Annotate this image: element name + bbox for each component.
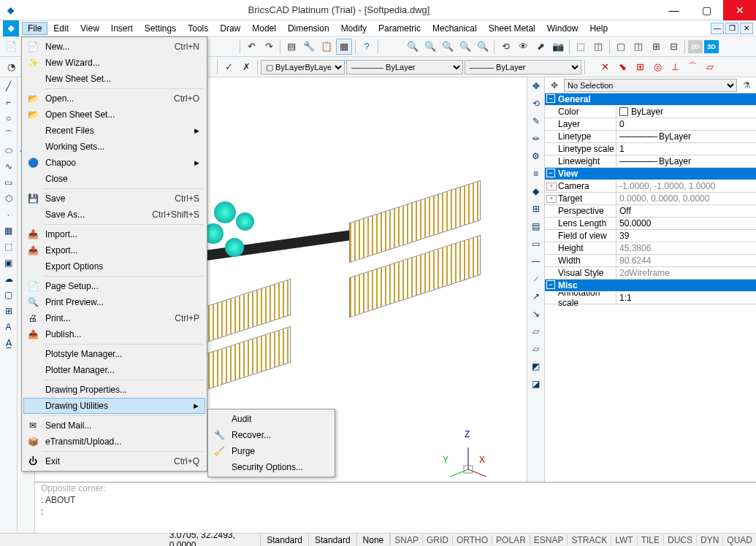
circle-icon[interactable]: ○ [1, 111, 16, 126]
file-menu-drawing-utilities[interactable]: Drawing Utilities▶ [23, 398, 205, 414]
file-menu-page-setup-[interactable]: 📄Page Setup... [23, 278, 205, 294]
submenu-security-options-[interactable]: Security Options... [210, 459, 333, 475]
mdi-minimize-button[interactable]: — [711, 23, 724, 34]
status-toggle-quad[interactable]: QUAD [722, 535, 756, 545]
prop-section-view[interactable]: −View [545, 168, 756, 180]
file-menu-new-sheet-set-[interactable]: New Sheet Set... [23, 71, 205, 87]
slash-icon[interactable]: ⟋ [529, 272, 543, 286]
coords-readout[interactable]: 3.0705, 32.2493, 0.0000 [164, 534, 261, 546]
minimize-button[interactable]: — [657, 0, 690, 20]
region-icon[interactable]: ▣ [1, 255, 16, 270]
status-toggle-tile[interactable]: TILE [637, 535, 663, 545]
command-line[interactable]: Opposite corner: : ABOUT : [35, 482, 756, 533]
rect-icon[interactable]: ▭ [1, 175, 16, 190]
textstyle-readout[interactable]: Standard [309, 534, 357, 546]
brush2-icon[interactable]: ✏ [529, 131, 543, 146]
list-icon[interactable]: ▤ [529, 219, 543, 234]
prop-row-annotation-scale[interactable]: Annotation scale1:1 [545, 292, 756, 304]
mode-2d-button[interactable]: 2D [688, 40, 703, 53]
boundary-icon[interactable]: ⬚ [1, 239, 16, 254]
file-menu-drawing-properties-[interactable]: Drawing Properties... [23, 382, 205, 398]
close-button[interactable]: ✕ [723, 0, 756, 20]
prop-section-misc[interactable]: −Misc [545, 280, 756, 292]
ucs-icon[interactable]: ⬈ [532, 39, 549, 55]
linetype-select[interactable]: ———— ByLayer [346, 60, 463, 74]
snap-perp-icon[interactable]: ⊥ [667, 59, 683, 75]
menu-file[interactable]: File [22, 22, 47, 35]
menu-parametric[interactable]: Parametric [373, 22, 427, 35]
mdi-restore-button[interactable]: ❐ [725, 23, 738, 34]
file-menu-new-wizard-[interactable]: ✨New Wizard... [23, 55, 205, 71]
file-menu-open-[interactable]: 📂Open...Ctrl+O [23, 91, 205, 107]
layer-icon[interactable]: ◔ [3, 59, 19, 75]
status-toggle-polar[interactable]: POLAR [492, 535, 530, 545]
snap-end-icon[interactable]: ✕ [597, 59, 613, 75]
vp2-icon[interactable]: ◫ [630, 39, 646, 55]
menu-draw[interactable]: Draw [214, 22, 246, 35]
status-toggle-lwt[interactable]: LWT [611, 535, 636, 545]
properties-icon[interactable]: 🔧 [301, 39, 317, 55]
point-icon[interactable]: · [1, 207, 16, 222]
maximize-button[interactable]: ▢ [690, 0, 723, 20]
layeriso-icon[interactable]: ✓ [221, 59, 237, 75]
file-menu-etransmit-upload-[interactable]: 📦eTransmit/Upload... [23, 434, 205, 450]
prop-row-color[interactable]: ColorByLayer [545, 106, 756, 118]
pan-icon[interactable]: ✥ [529, 79, 543, 93]
menu-view[interactable]: View [75, 22, 105, 35]
table-icon[interactable]: ⊞ [1, 304, 16, 318]
hatch-icon[interactable]: ▦ [1, 223, 16, 238]
grid-icon[interactable]: ⊞ [529, 201, 543, 216]
prop-row-target[interactable]: +Target0.0000, 0.0000, 0.0000 [545, 193, 756, 205]
file-menu-export-[interactable]: 📤Export... [23, 242, 205, 258]
text-icon[interactable]: A [1, 320, 16, 334]
prop-row-linetype[interactable]: Linetype————— ByLayer [545, 131, 756, 143]
box-icon[interactable]: ⬚ [573, 39, 589, 55]
status-toggle-ortho[interactable]: ORTHO [452, 535, 492, 545]
orbit-icon[interactable]: ⟲ [497, 39, 513, 55]
page2-icon[interactable]: ▱ [529, 324, 543, 339]
camera-icon[interactable]: 📷 [550, 39, 566, 55]
ellipse-icon[interactable]: ⬭ [1, 143, 16, 158]
redo-icon[interactable]: ↷ [261, 39, 277, 55]
snap-tan-icon[interactable]: ⌒ [684, 59, 700, 75]
file-menu-plotstyle-manager-[interactable]: Plotstyle Manager... [23, 346, 205, 362]
zoom-out-icon[interactable]: 🔍 [440, 39, 456, 55]
snap-near-icon[interactable]: ▱ [702, 59, 718, 75]
file-menu-chapoo[interactable]: 🔵Chapoo▶ [23, 155, 205, 171]
file-menu-close[interactable]: Close [23, 171, 205, 187]
filter-icon[interactable]: ⚗ [740, 79, 753, 92]
line-icon[interactable]: ╱ [1, 79, 16, 93]
zoom-window-icon[interactable]: 🔍 [457, 39, 473, 55]
file-menu-export-options[interactable]: Export Options [23, 258, 205, 274]
cube-icon[interactable]: ◫ [590, 39, 606, 55]
rotate3d-icon[interactable]: ⟲ [529, 96, 543, 111]
menu-settings[interactable]: Settings [139, 22, 182, 35]
status-toggle-strack[interactable]: STRACK [567, 535, 611, 545]
vp3-icon[interactable]: ⊞ [648, 39, 664, 55]
menu-sheet-metal[interactable]: Sheet Metal [483, 22, 541, 35]
vp1-icon[interactable]: ▢ [613, 39, 629, 55]
menu-mechanical[interactable]: Mechanical [427, 22, 483, 35]
mdi-close-button[interactable]: ✕ [740, 23, 753, 34]
menu-model[interactable]: Model [246, 22, 282, 35]
status-toggle-dyn[interactable]: DYN [696, 535, 722, 545]
file-menu-print-[interactable]: 🖨Print...Ctrl+P [23, 310, 205, 326]
toolpalette-icon[interactable]: 📋 [318, 39, 335, 55]
sheet2-icon[interactable]: ▭ [529, 237, 543, 251]
brush-icon[interactable]: ✎ [529, 114, 543, 128]
menu-dimension[interactable]: Dimension [282, 22, 335, 35]
snap-cen-icon[interactable]: ◎ [649, 59, 665, 75]
wipeout-icon[interactable]: ▢ [1, 288, 16, 302]
explorer-icon[interactable]: ▤ [283, 39, 299, 55]
polygon-icon[interactable]: ⬡ [1, 191, 16, 206]
vp4-icon[interactable]: ⊟ [665, 39, 681, 55]
prop-row-width[interactable]: Width90.6244 [545, 255, 756, 267]
eye-icon[interactable]: 👁 [515, 39, 531, 55]
import2-icon[interactable]: ↘ [529, 307, 543, 321]
file-menu-send-mail-[interactable]: ✉Send Mail... [23, 418, 205, 434]
export2-icon[interactable]: ↗ [529, 289, 543, 304]
status-toggle-ducs[interactable]: DUCS [663, 535, 696, 545]
menu-help[interactable]: Help [584, 22, 614, 35]
prop-row-linetype-scale[interactable]: Linetype scale1 [545, 143, 756, 155]
dimstyle-readout[interactable]: Standard [261, 534, 309, 546]
